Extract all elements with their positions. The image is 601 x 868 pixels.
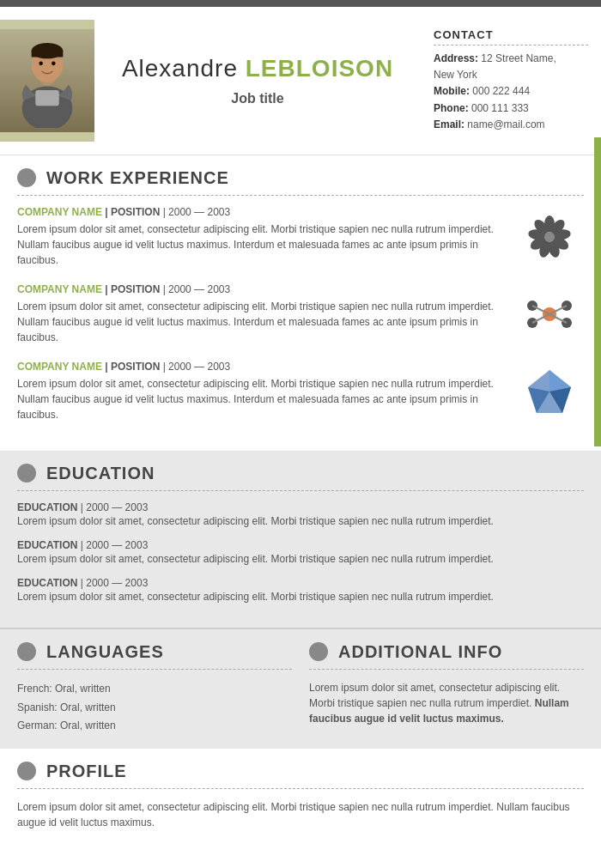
header: Alexandre LEBLOISON Job title CONTACT Ad… — [0, 7, 601, 155]
contact-title: CONTACT — [434, 28, 588, 46]
work-text-3: COMPANY NAME | POSITION | 2000 — 2003 Lo… — [17, 361, 515, 422]
svg-rect-4 — [32, 51, 64, 57]
work-experience-section: WORK EXPERIENCE COMPANY NAME | POSITION … — [0, 155, 601, 451]
lang-title-row: LANGUAGES — [17, 642, 292, 662]
education-section: EDUCATION EDUCATION | 2000 — 2003 Lorem … — [0, 451, 601, 628]
lang-additional-section: LANGUAGES French: Oral, written Spanish:… — [0, 628, 601, 749]
lang-item-1: French: Oral, written — [17, 680, 292, 699]
contact-section: CONTACT Address: 12 Street Name, New Yor… — [421, 20, 601, 142]
additional-title: ADDITIONAL INFO — [338, 642, 502, 662]
contact-mobile: Mobile: 000 222 444 — [434, 83, 588, 100]
additional-col: ADDITIONAL INFO Lorem ipsum dolor sit am… — [309, 642, 584, 736]
contact-address: Address: 12 Street Name, — [434, 51, 588, 67]
phone-value: 000 111 333 — [471, 102, 529, 114]
languages-col: LANGUAGES French: Oral, written Spanish:… — [17, 642, 292, 736]
work-sep-1: | — [105, 206, 111, 218]
two-col-container: LANGUAGES French: Oral, written Spanish:… — [17, 642, 584, 736]
top-bar — [0, 0, 601, 7]
lang-divider — [17, 669, 292, 670]
accent-bar — [594, 137, 601, 446]
svg-rect-1 — [35, 90, 59, 106]
work-entry-2: COMPANY NAME | POSITION | 2000 — 2003 Lo… — [17, 283, 584, 345]
work-company-3: COMPANY NAME — [17, 361, 102, 373]
mobile-label: Mobile: — [434, 85, 470, 97]
edu-divider — [17, 490, 584, 491]
edu-desc-2: Lorem ipsum dolor sit amet, consectetur … — [17, 551, 584, 567]
work-company-line-1: COMPANY NAME | POSITION | 2000 — 2003 — [17, 206, 515, 218]
name-section: Alexandre LEBLOISON Job title — [94, 20, 421, 142]
edu-entry-3: EDUCATION | 2000 — 2003 Lorem ipsum dolo… — [17, 577, 584, 604]
work-entry-3: COMPANY NAME | POSITION | 2000 — 2003 Lo… — [17, 361, 584, 422]
contact-city: New York — [434, 67, 588, 83]
work-icon-2 — [515, 283, 584, 345]
edu-years-1: 2000 — 2003 — [86, 501, 148, 513]
additional-dot — [309, 642, 328, 661]
profile-dot — [17, 762, 36, 780]
work-icon-3 — [515, 361, 584, 422]
work-dot — [17, 168, 36, 187]
work-text-2: COMPANY NAME | POSITION | 2000 — 2003 Lo… — [17, 283, 515, 345]
work-sep-3: | — [105, 361, 111, 373]
profile-desc: Lorem ipsum dolor sit amet, consectetur … — [17, 799, 584, 830]
edu-title: EDUCATION — [46, 464, 155, 483]
work-company-line-2: COMPANY NAME | POSITION | 2000 — 2003 — [17, 283, 515, 295]
email-value: name@mail.com — [467, 118, 544, 131]
work-desc-3: Lorem ipsum dolor sit amet, consectetur … — [17, 376, 515, 422]
work-title-row: WORK EXPERIENCE — [17, 168, 584, 188]
work-company-1: COMPANY NAME — [17, 206, 102, 218]
svg-point-16 — [544, 232, 555, 242]
work-sep-2: | — [105, 283, 111, 295]
address-value: 12 Street Name, — [481, 52, 555, 64]
additional-title-row: ADDITIONAL INFO — [309, 642, 584, 662]
edu-label-1: EDUCATION — [17, 501, 77, 513]
profile-title: PROFILE — [46, 762, 127, 781]
contact-phone: Phone: 000 111 333 — [434, 100, 588, 117]
edu-label-3: EDUCATION — [17, 577, 77, 589]
work-desc-1: Lorem ipsum dolor sit amet, consectetur … — [17, 222, 515, 268]
lang-item-2: Spanish: Oral, written — [17, 699, 292, 718]
work-years-2: 2000 — 2003 — [168, 283, 230, 295]
svg-point-6 — [52, 62, 56, 66]
person-illustration — [9, 33, 86, 128]
work-title: WORK EXPERIENCE — [46, 168, 229, 188]
edu-line-3: EDUCATION | 2000 — 2003 — [17, 577, 584, 589]
work-company-2: COMPANY NAME — [17, 283, 102, 295]
lang-title: LANGUAGES — [46, 642, 164, 662]
edu-entry-1: EDUCATION | 2000 — 2003 Lorem ipsum dolo… — [17, 501, 584, 529]
work-position-3: POSITION — [111, 361, 160, 373]
address-label: Address: — [434, 52, 478, 64]
edu-entry-2: EDUCATION | 2000 — 2003 Lorem ipsum dolo… — [17, 539, 584, 567]
profile-section: PROFILE Lorem ipsum dolor sit amet, cons… — [0, 749, 601, 843]
work-desc-2: Lorem ipsum dolor sit amet, consectetur … — [17, 299, 515, 345]
svg-point-5 — [39, 62, 43, 66]
work-position-2: POSITION — [111, 283, 160, 295]
profile-divider — [17, 788, 584, 789]
email-label: Email: — [434, 118, 464, 131]
edu-dot — [17, 464, 36, 483]
phone-label: Phone: — [434, 102, 469, 114]
lang-item-3: German: Oral, written — [17, 717, 292, 736]
contact-email: Email: name@mail.com — [434, 117, 588, 133]
edu-line-1: EDUCATION | 2000 — 2003 — [17, 501, 584, 513]
photo-section — [0, 20, 94, 142]
edu-line-2: EDUCATION | 2000 — 2003 — [17, 539, 584, 551]
edu-desc-1: Lorem ipsum dolor sit amet, consectetur … — [17, 513, 584, 529]
work-years-1: 2000 — 2003 — [168, 206, 230, 218]
mobile-value: 000 222 444 — [472, 85, 530, 97]
work-divider — [17, 195, 584, 196]
lang-dot — [17, 642, 36, 661]
last-name: LEBLOISON — [246, 55, 393, 82]
edu-desc-3: Lorem ipsum dolor sit amet, consectetur … — [17, 589, 584, 604]
edu-years-3: 2000 — 2003 — [86, 577, 148, 589]
edu-label-2: EDUCATION — [17, 539, 77, 551]
additional-divider — [309, 669, 584, 670]
edu-title-row: EDUCATION — [17, 464, 584, 483]
job-title: Job title — [231, 91, 283, 106]
work-text-1: COMPANY NAME | POSITION | 2000 — 2003 Lo… — [17, 206, 515, 268]
additional-desc: Lorem ipsum dolor sit amet, consectetur … — [309, 680, 584, 726]
work-position-1: POSITION — [111, 206, 160, 218]
full-name: Alexandre LEBLOISON — [122, 55, 393, 82]
work-company-line-3: COMPANY NAME | POSITION | 2000 — 2003 — [17, 361, 515, 373]
work-years-3: 2000 — 2003 — [168, 361, 230, 373]
first-name: Alexandre — [122, 55, 238, 82]
